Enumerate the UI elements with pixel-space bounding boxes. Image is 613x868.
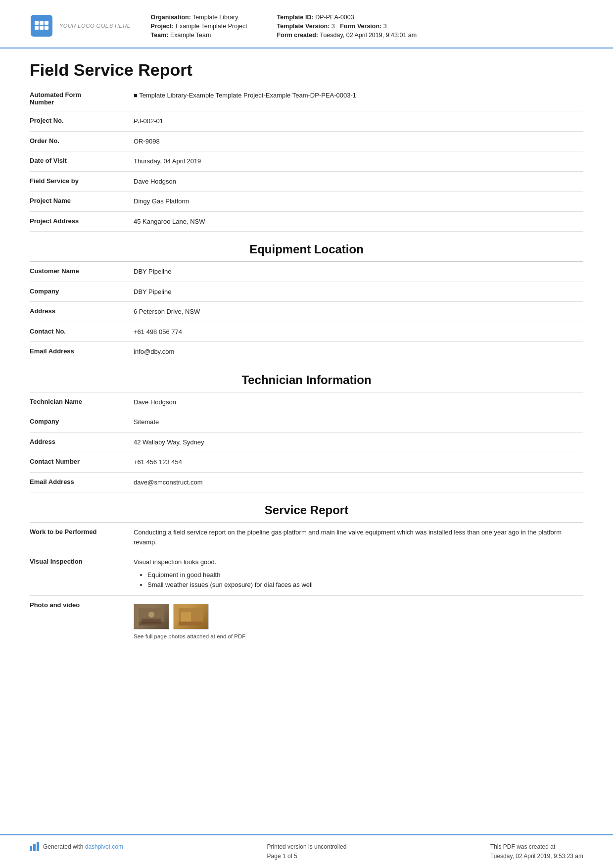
- field-row: Automated FormNumber ■ Template Library-…: [30, 86, 583, 111]
- svg-rect-4: [35, 26, 39, 30]
- field-label: Contact No.: [30, 327, 134, 335]
- header-meta: Organisation: Template Library Project: …: [151, 14, 417, 39]
- footer-bar-2: [33, 844, 36, 851]
- svg-rect-14: [181, 612, 191, 622]
- field-label: Project Name: [30, 196, 134, 204]
- photo-area: [134, 604, 583, 629]
- field-label: Email Address: [30, 347, 134, 355]
- field-value: 6 Peterson Drive, NSW: [134, 307, 583, 317]
- field-row: Visual Inspection Visual inspection look…: [30, 552, 583, 596]
- field-value: ■ Template Library-Example Template Proj…: [134, 91, 583, 100]
- version-line: Template Version: 3 Form Version: 3: [277, 23, 417, 30]
- logo-icon: [30, 14, 53, 38]
- field-row: Contact Number +61 456 123 454: [30, 452, 583, 473]
- field-value: dave@smconstruct.com: [134, 478, 583, 487]
- footer-center: Printed version is uncontrolled Page 1 o…: [267, 842, 347, 861]
- field-row: Field Service by Dave Hodgson: [30, 172, 583, 192]
- photo-image-2: [179, 608, 203, 626]
- field-value: Conducting a field service report on the…: [134, 528, 583, 547]
- uncontrolled-text: Printed version is uncontrolled: [267, 842, 347, 852]
- field-row: Company DBY Pipeline: [30, 282, 583, 302]
- footer: Generated with dashpivot.com Printed ver…: [0, 834, 613, 868]
- main-title: Field Service Report: [0, 48, 613, 86]
- field-label: Email Address: [30, 478, 134, 485]
- svg-rect-2: [40, 21, 44, 25]
- project-line: Project: Example Template Project: [151, 23, 247, 30]
- field-label: Customer Name: [30, 267, 134, 275]
- photo-caption: See full page photos attached at end of …: [134, 632, 583, 641]
- field-value: Thursday, 04 April 2019: [134, 156, 583, 166]
- field-label: Address: [30, 437, 134, 445]
- svg-rect-15: [192, 614, 199, 621]
- service-fields: Work to be Performed Conducting a field …: [30, 523, 583, 646]
- team-line: Team: Example Team: [151, 32, 247, 39]
- field-row: Email Address dave@smconstruct.com: [30, 473, 583, 493]
- field-label: Project Address: [30, 217, 134, 225]
- field-row: Customer Name DBY Pipeline: [30, 262, 583, 282]
- header: YOUR LOGO GOES HERE Organisation: Templa…: [0, 0, 613, 48]
- field-row: Project Name Dingy Gas Platform: [30, 192, 583, 212]
- footer-right: This PDF was created at Tuesday, 02 Apri…: [490, 842, 583, 861]
- field-label: Date of Visit: [30, 156, 134, 164]
- form-created-line: Form created: Tuesday, 02 April 2019, 9:…: [277, 32, 417, 39]
- field-label: Contact Number: [30, 457, 134, 465]
- field-row: Project No. PJ-002-01: [30, 111, 583, 132]
- pdf-created-text: This PDF was created at: [490, 842, 583, 852]
- field-value: +61 456 123 454: [134, 457, 583, 467]
- svg-rect-1: [35, 21, 39, 25]
- dashpivot-link[interactable]: dashpivot.com: [85, 843, 123, 850]
- field-label: Photo and video: [30, 601, 134, 609]
- list-item: Equipment in good health: [147, 570, 583, 580]
- field-value: Dave Hodgson: [134, 177, 583, 187]
- logo-area: YOUR LOGO GOES HERE: [30, 14, 131, 38]
- footer-bar-3: [37, 842, 39, 851]
- field-label: Work to be Performed: [30, 528, 134, 535]
- svg-rect-5: [40, 26, 44, 30]
- service-section-heading: Service Report: [30, 492, 583, 522]
- field-value: See full page photos attached at end of …: [134, 601, 583, 641]
- field-row: Address 42 Wallaby Way, Sydney: [30, 433, 583, 453]
- field-label: Technician Name: [30, 397, 134, 405]
- equipment-section-heading: Equipment Location: [30, 232, 583, 261]
- photo-thumbnail-1: [134, 604, 169, 629]
- footer-brand: Generated with dashpivot.com: [30, 842, 123, 852]
- field-row: Company Sitemate: [30, 412, 583, 433]
- field-row: Technician Name Dave Hodgson: [30, 392, 583, 413]
- list-item: Small weather issues (sun exposure) for …: [147, 580, 583, 590]
- field-value: info@dby.com: [134, 347, 583, 357]
- field-label: Visual Inspection: [30, 557, 134, 565]
- field-label: Automated FormNumber: [30, 91, 134, 106]
- header-meta-left: Organisation: Template Library Project: …: [151, 14, 247, 39]
- visual-inspection-list: Equipment in good health Small weather i…: [134, 570, 583, 591]
- field-value: +61 498 056 774: [134, 327, 583, 337]
- field-label: Order No.: [30, 137, 134, 145]
- svg-rect-16: [179, 622, 203, 626]
- pdf-created-date: Tuesday, 02 April 2019, 9:53:23 am: [490, 852, 583, 861]
- page: YOUR LOGO GOES HERE Organisation: Templa…: [0, 0, 613, 868]
- technician-section-heading: Technician Information: [30, 362, 583, 392]
- field-row: Email Address info@dby.com: [30, 342, 583, 362]
- page-text: Page 1 of 5: [267, 852, 347, 861]
- field-row: Work to be Performed Conducting a field …: [30, 523, 583, 552]
- field-value: DBY Pipeline: [134, 287, 583, 297]
- field-value: OR-9098: [134, 137, 583, 146]
- field-label: Company: [30, 417, 134, 425]
- field-row: Order No. OR-9098: [30, 132, 583, 152]
- photo-thumbnail-2: [173, 604, 209, 629]
- field-label: Field Service by: [30, 177, 134, 185]
- field-row: Photo and video: [30, 596, 583, 646]
- content: Automated FormNumber ■ Template Library-…: [0, 86, 613, 740]
- field-value: 45 Kangaroo Lane, NSW: [134, 217, 583, 227]
- logo-text: YOUR LOGO GOES HERE: [59, 23, 131, 29]
- org-line: Organisation: Template Library: [151, 14, 247, 21]
- basic-fields: Automated FormNumber ■ Template Library-…: [30, 86, 583, 232]
- field-label: Address: [30, 307, 134, 315]
- svg-point-9: [148, 612, 154, 618]
- technician-fields: Technician Name Dave Hodgson Company Sit…: [30, 392, 583, 493]
- field-value: Dave Hodgson: [134, 397, 583, 407]
- field-row: Date of Visit Thursday, 04 April 2019: [30, 151, 583, 172]
- generated-text: Generated with dashpivot.com: [43, 842, 123, 852]
- field-row: Contact No. +61 498 056 774: [30, 322, 583, 342]
- field-label: Project No.: [30, 116, 134, 124]
- field-value: Dingy Gas Platform: [134, 196, 583, 206]
